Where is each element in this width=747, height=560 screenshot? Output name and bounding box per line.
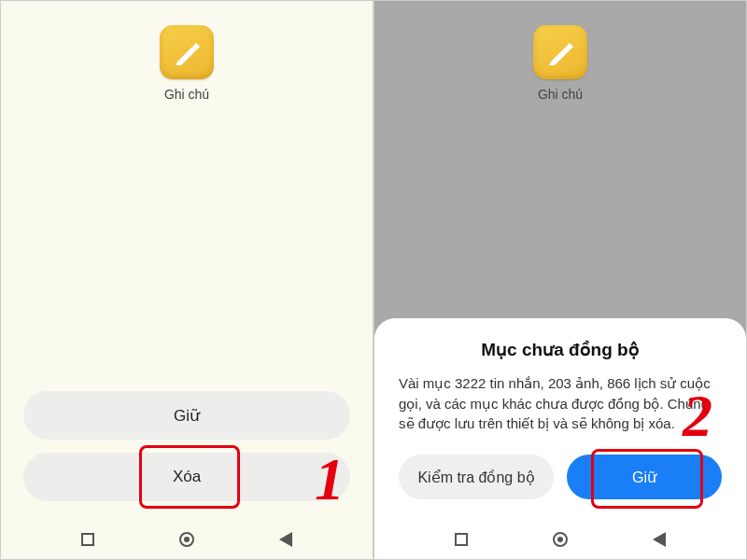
sheet-body: Vài mục 3222 tin nhắn, 203 ảnh, 866 lịch… xyxy=(399,373,722,434)
nav-back-icon[interactable] xyxy=(653,532,666,547)
keep-button-primary[interactable]: Giữ xyxy=(567,455,722,499)
sheet-title: Mục chưa đồng bộ xyxy=(399,339,722,360)
nav-recents-icon[interactable] xyxy=(455,533,468,546)
check-sync-button[interactable]: Kiểm tra đồng bộ xyxy=(399,455,554,499)
delete-button[interactable]: Xóa xyxy=(23,453,350,501)
app-label: Ghi chú xyxy=(164,87,209,102)
nav-recents-icon[interactable] xyxy=(81,533,94,546)
app-block: Ghi chú xyxy=(1,25,373,102)
app-label: Ghi chú xyxy=(538,87,583,102)
screenshot-step-2: Ghi chú Mục chưa đồng bộ Vài mục 3222 ti… xyxy=(374,0,747,560)
notes-icon[interactable] xyxy=(533,25,587,79)
pencil-icon xyxy=(545,37,575,67)
sheet-actions: Kiểm tra đồng bộ Giữ xyxy=(399,455,722,499)
android-navbar xyxy=(374,520,746,559)
unsynced-sheet: Mục chưa đồng bộ Vài mục 3222 tin nhắn, … xyxy=(374,318,746,524)
android-navbar xyxy=(1,520,373,559)
keep-button[interactable]: Giữ xyxy=(23,391,350,440)
nav-back-icon[interactable] xyxy=(279,532,292,547)
screenshot-step-1: Ghi chú Giữ Xóa 1 xyxy=(0,0,374,560)
nav-home-icon[interactable] xyxy=(179,532,194,547)
pencil-icon xyxy=(172,37,202,67)
notes-icon[interactable] xyxy=(160,25,214,79)
nav-home-icon[interactable] xyxy=(553,532,568,547)
app-block: Ghi chú xyxy=(374,25,746,102)
